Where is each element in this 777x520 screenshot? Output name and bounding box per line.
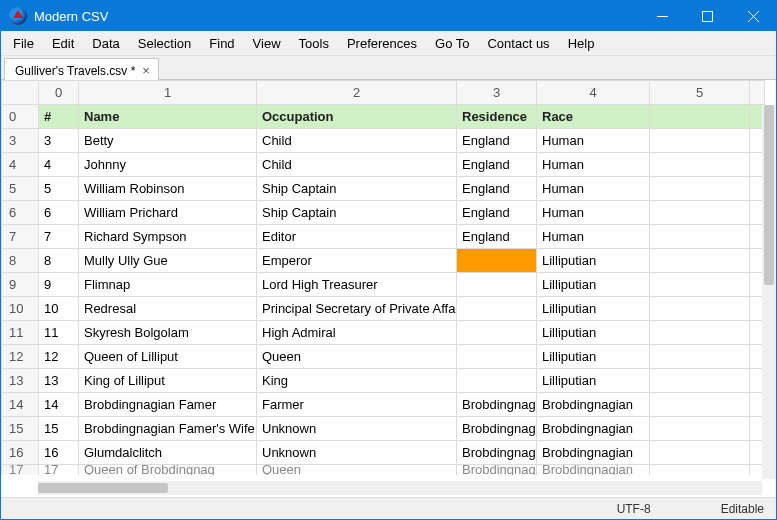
cell[interactable]: King of Lilliput [79,369,257,393]
cell[interactable]: Lilliputian [537,345,650,369]
cell[interactable]: Ship Captain [257,177,457,201]
cell[interactable]: 10 [39,297,79,321]
cell[interactable]: Flimnap [79,273,257,297]
header-cell-4[interactable]: Race [537,105,650,129]
cell[interactable]: Human [537,177,650,201]
cell[interactable]: Brobdingnagian [537,465,650,475]
cell[interactable] [457,369,537,393]
row-header[interactable]: 12 [2,345,39,369]
cell[interactable]: 16 [39,441,79,465]
cell[interactable]: Farmer [257,393,457,417]
cell[interactable]: England [457,225,537,249]
file-tab[interactable]: Gulliver's Travels.csv * × [4,58,159,80]
cell[interactable]: 5 [39,177,79,201]
data-grid[interactable]: 0123450#NameOccupationResidenceRace33Bet… [1,80,765,475]
cell[interactable] [650,465,750,475]
cell[interactable] [457,345,537,369]
cell[interactable]: Queen of Brobdingnag [79,465,257,475]
cell[interactable]: 3 [39,129,79,153]
cell[interactable] [457,273,537,297]
cell[interactable]: 12 [39,345,79,369]
cell[interactable] [650,129,750,153]
horizontal-scrollbar[interactable] [38,481,762,495]
cell[interactable] [650,153,750,177]
cell[interactable]: Editor [257,225,457,249]
row-header[interactable]: 16 [2,441,39,465]
cell[interactable]: 4 [39,153,79,177]
cell[interactable] [650,321,750,345]
col-header-0[interactable]: 0 [39,81,79,105]
row-header[interactable]: 17 [2,465,39,475]
cell[interactable]: Betty [79,129,257,153]
cell[interactable]: Brobdingnagian [537,441,650,465]
minimize-button[interactable] [640,1,685,31]
row-header[interactable]: 10 [2,297,39,321]
cell[interactable]: Child [257,153,457,177]
cell[interactable]: 11 [39,321,79,345]
close-button[interactable] [730,1,776,31]
col-header-4[interactable]: 4 [537,81,650,105]
cell[interactable]: Brobdingnag [457,393,537,417]
row-header[interactable]: 4 [2,153,39,177]
cell[interactable] [650,369,750,393]
cell[interactable] [650,249,750,273]
cell[interactable]: Brobdingnagian Famer's Wife [79,417,257,441]
cell[interactable]: William Prichard [79,201,257,225]
cell[interactable] [457,321,537,345]
cell[interactable]: Brobdingnag [457,441,537,465]
cell[interactable] [650,273,750,297]
row-header[interactable]: 14 [2,393,39,417]
cell[interactable] [650,345,750,369]
cell[interactable] [650,297,750,321]
cell[interactable]: 14 [39,393,79,417]
cell[interactable]: 6 [39,201,79,225]
cell[interactable]: Brobdingnagian [537,393,650,417]
col-header-extra[interactable] [750,81,765,105]
cell[interactable]: 17 [39,465,79,475]
cell[interactable]: Redresal [79,297,257,321]
cell[interactable] [650,417,750,441]
titlebar[interactable]: Modern CSV [1,1,776,31]
header-cell-0[interactable]: # [39,105,79,129]
cell[interactable]: Lilliputian [537,273,650,297]
row-header[interactable]: 11 [2,321,39,345]
vertical-scrollbar[interactable] [762,105,776,479]
cell[interactable]: Mully Ully Gue [79,249,257,273]
col-header-1[interactable]: 1 [79,81,257,105]
cell[interactable]: Unknown [257,441,457,465]
cell[interactable]: King [257,369,457,393]
header-cell-3[interactable]: Residence [457,105,537,129]
cell[interactable]: Lord High Treasurer [257,273,457,297]
cell[interactable]: Brobdingnag [457,417,537,441]
cell[interactable]: Richard Sympson [79,225,257,249]
cell[interactable] [457,249,537,273]
menu-view[interactable]: View [244,33,290,54]
cell[interactable]: 15 [39,417,79,441]
col-header-2[interactable]: 2 [257,81,457,105]
menu-go-to[interactable]: Go To [426,33,478,54]
cell[interactable]: Glumdalclitch [79,441,257,465]
cell[interactable]: High Admiral [257,321,457,345]
header-cell-5[interactable] [650,105,750,129]
cell[interactable]: Lilliputian [537,369,650,393]
row-header[interactable]: 15 [2,417,39,441]
header-cell-1[interactable]: Name [79,105,257,129]
close-tab-icon[interactable]: × [142,64,150,77]
cell[interactable]: Ship Captain [257,201,457,225]
cell[interactable]: 7 [39,225,79,249]
menu-find[interactable]: Find [200,33,243,54]
cell[interactable] [650,201,750,225]
cell[interactable]: 13 [39,369,79,393]
row-header[interactable]: 3 [2,129,39,153]
cell[interactable]: Child [257,129,457,153]
cell[interactable]: Lilliputian [537,297,650,321]
cell[interactable] [457,297,537,321]
cell[interactable]: 9 [39,273,79,297]
cell[interactable] [650,225,750,249]
cell[interactable]: Human [537,153,650,177]
vertical-scrollbar-thumb[interactable] [764,105,774,285]
row-header[interactable]: 8 [2,249,39,273]
cell[interactable]: Human [537,225,650,249]
menu-selection[interactable]: Selection [129,33,200,54]
cell[interactable] [650,177,750,201]
